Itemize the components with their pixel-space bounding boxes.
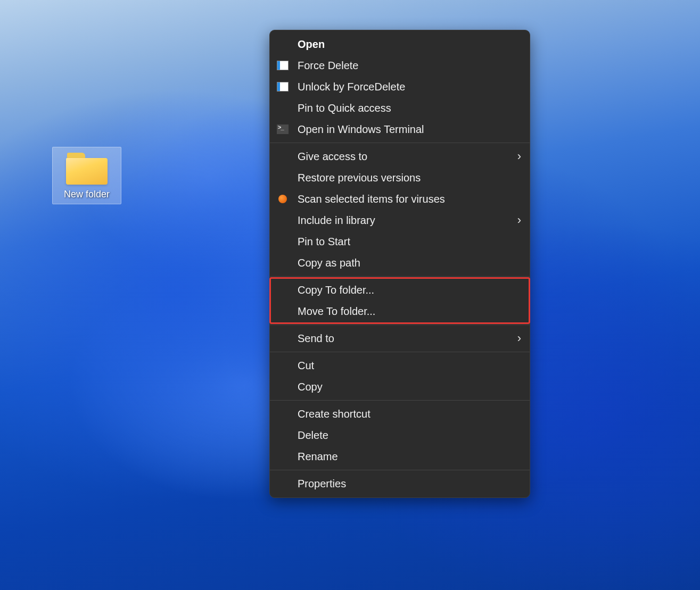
blank-icon [275,256,290,269]
menu-item-give-access-to[interactable]: Give access to› [270,146,530,167]
menu-item-label: Send to [298,333,517,345]
blank-icon [275,477,290,490]
menu-item-restore-previous-versions[interactable]: Restore previous versions [270,167,530,188]
menu-item-label: Copy as path [298,257,521,269]
forcedelete-icon [275,80,290,93]
blank-icon [275,38,290,51]
desktop-folder-label: New folder [55,189,119,201]
menu-item-copy-as-path[interactable]: Copy as path [270,252,530,273]
menu-item-label: Copy To folder... [298,284,521,296]
menu-item-force-delete[interactable]: Force Delete [270,55,530,76]
menu-separator [270,400,530,401]
blank-icon [275,408,290,420]
blank-icon [275,359,290,372]
menu-item-label: Rename [298,451,521,463]
menu-item-label: Include in library [298,214,517,227]
menu-item-pin-to-quick-access[interactable]: Pin to Quick access [270,97,530,119]
menu-separator [270,276,530,277]
menu-item-label: Open in Windows Terminal [298,123,521,136]
menu-item-copy-to-folder[interactable]: Copy To folder... [270,279,530,301]
blank-icon [275,429,290,442]
chevron-right-icon: › [517,149,521,163]
menu-item-move-to-folder[interactable]: Move To folder... [270,301,530,322]
blank-icon [275,380,290,393]
menu-item-label: Scan selected items for viruses [298,193,521,205]
context-menu: OpenForce DeleteUnlock by ForceDeletePin… [269,30,530,498]
chevron-right-icon: › [517,331,521,345]
menu-item-label: Pin to Start [298,236,521,248]
desktop-folder-item[interactable]: New folder [52,147,121,204]
menu-item-copy[interactable]: Copy [270,376,530,397]
antivirus-icon [275,193,290,205]
menu-item-label: Force Delete [298,60,521,72]
chevron-right-icon: › [517,213,521,227]
menu-item-label: Restore previous versions [298,172,521,184]
menu-item-label: Pin to Quick access [298,102,521,114]
menu-separator [270,143,530,143]
menu-item-label: Delete [298,429,521,442]
menu-item-label: Unlock by ForceDelete [298,81,521,93]
menu-separator [270,325,530,325]
menu-item-unlock-by-forcedelete[interactable]: Unlock by ForceDelete [270,76,530,97]
blank-icon [275,332,290,345]
menu-item-include-in-library[interactable]: Include in library› [270,210,530,231]
menu-separator [270,352,530,352]
folder-icon [66,153,108,185]
menu-separator [270,470,530,470]
menu-item-send-to[interactable]: Send to› [270,328,530,349]
blank-icon [275,171,290,184]
menu-item-cut[interactable]: Cut [270,355,530,376]
menu-item-delete[interactable]: Delete [270,425,530,446]
blank-icon [275,284,290,296]
forcedelete-icon [275,59,290,72]
menu-item-label: Give access to [298,151,517,163]
menu-item-label: Cut [298,360,521,372]
menu-item-label: Create shortcut [298,408,521,420]
menu-item-open[interactable]: Open [270,34,530,55]
menu-item-pin-to-start[interactable]: Pin to Start [270,231,530,252]
menu-item-scan-selected-items-for-viruses[interactable]: Scan selected items for viruses [270,188,530,210]
blank-icon [275,150,290,163]
menu-item-label: Move To folder... [298,305,521,318]
menu-item-open-in-windows-terminal[interactable]: Open in Windows Terminal [270,119,530,140]
menu-item-label: Properties [298,478,521,490]
menu-item-rename[interactable]: Rename [270,446,530,467]
blank-icon [275,102,290,114]
blank-icon [275,450,290,463]
menu-item-create-shortcut[interactable]: Create shortcut [270,403,530,425]
blank-icon [275,235,290,248]
blank-icon [275,214,290,227]
menu-item-label: Open [298,38,521,51]
terminal-icon [275,123,290,136]
menu-item-properties[interactable]: Properties [270,473,530,494]
menu-item-label: Copy [298,381,521,393]
blank-icon [275,305,290,318]
